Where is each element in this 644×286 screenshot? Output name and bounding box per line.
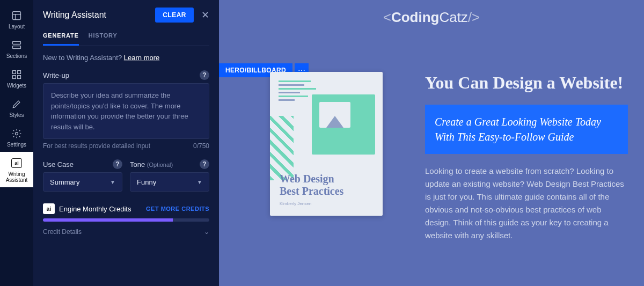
svg-point-7	[16, 133, 18, 135]
get-more-credits-link[interactable]: GET MORE CREDITS	[146, 206, 209, 212]
tab-generate[interactable]: GENERATE	[43, 32, 79, 46]
left-icon-rail: Layout Sections Widgets Styles Settings …	[0, 0, 33, 286]
brush-icon	[11, 98, 23, 110]
credit-details-toggle[interactable]: Credit Details ⌄	[43, 228, 209, 236]
hero-subhead[interactable]: Create a Great Looking Website Today Wit…	[425, 105, 628, 154]
widgets-icon	[11, 69, 23, 80]
credits-label: Engine Monthly Credits	[59, 205, 142, 213]
help-icon[interactable]: ?	[200, 159, 209, 169]
gear-icon	[11, 128, 23, 140]
usecase-label: Use Case	[43, 160, 74, 168]
writeup-hint: For best results provide detailed input	[43, 142, 150, 150]
tone-label: Tone	[130, 160, 145, 168]
learn-more-link[interactable]: Learn more	[124, 54, 159, 62]
help-icon[interactable]: ?	[200, 70, 209, 80]
svg-rect-1	[13, 41, 21, 44]
hero-section[interactable]: Web Design Best Practices Kimberly Jense…	[219, 34, 644, 286]
svg-rect-6	[18, 76, 21, 79]
panel-title: Writing Assistant	[43, 10, 106, 20]
writeup-counter: 0/750	[193, 142, 209, 150]
panel-tabs: GENERATE HISTORY	[43, 32, 209, 46]
chevron-down-icon: ▼	[197, 179, 202, 185]
chevron-down-icon: ⌄	[204, 228, 209, 236]
clear-button[interactable]: CLEAR	[155, 8, 194, 23]
credits-progress	[43, 218, 209, 222]
svg-rect-3	[13, 71, 16, 74]
rail-item-writing-assistant[interactable]: ai Writing Assistant	[0, 152, 33, 187]
site-brand[interactable]: < CodingCatz />	[219, 0, 644, 34]
svg-rect-2	[13, 46, 21, 49]
ai-badge-icon: ai	[43, 203, 55, 214]
writeup-label: Write-up	[43, 71, 69, 79]
rail-item-sections[interactable]: Sections	[0, 34, 33, 63]
tab-history[interactable]: HISTORY	[89, 32, 118, 46]
sections-icon	[11, 39, 23, 51]
writeup-input[interactable]: Describe your idea and summarize the poi…	[43, 83, 209, 139]
rail-item-styles[interactable]: Styles	[0, 93, 33, 122]
svg-rect-5	[13, 76, 16, 79]
ai-icon: ai	[11, 157, 23, 169]
writing-assistant-panel: Writing Assistant CLEAR ✕ GENERATE HISTO…	[33, 0, 219, 286]
book-author: Kimberly Jensen	[280, 201, 311, 206]
svg-rect-4	[18, 71, 21, 74]
svg-rect-0	[13, 12, 21, 20]
close-icon[interactable]: ✕	[201, 9, 209, 21]
book-title: Web Design Best Practices	[280, 173, 343, 197]
usecase-select[interactable]: Summary ▼	[43, 172, 122, 192]
chevron-down-icon: ▼	[110, 179, 115, 185]
rail-item-widgets[interactable]: Widgets	[0, 63, 33, 93]
hero-paragraph[interactable]: Looking to create a website from scratch…	[425, 165, 628, 242]
hero-headline[interactable]: You Can Design a Website!	[425, 73, 628, 93]
rail-item-layout[interactable]: Layout	[0, 4, 33, 34]
hero-image[interactable]: Web Design Best Practices Kimberly Jense…	[270, 72, 383, 216]
tone-select[interactable]: Funny ▼	[130, 172, 209, 192]
rail-item-settings[interactable]: Settings	[0, 122, 33, 152]
layout-icon	[11, 10, 23, 21]
learn-more-line: New to Writing Assistant? Learn more	[43, 54, 209, 62]
help-icon[interactable]: ?	[113, 159, 122, 169]
preview-canvas: < CodingCatz /> HERO/BILLBOARD ⋯ Web Des…	[219, 0, 644, 286]
